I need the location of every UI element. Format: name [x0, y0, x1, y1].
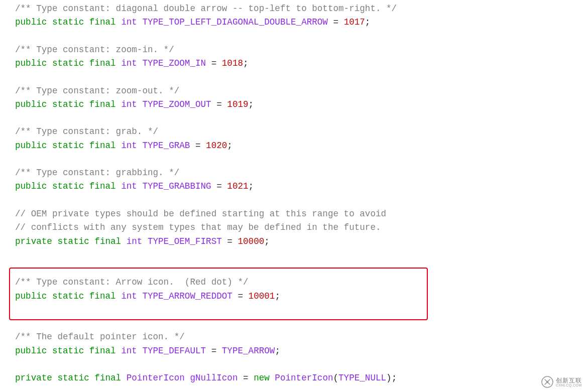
- code-line: public static final int TYPE_ZOOM_OUT = …: [15, 98, 573, 111]
- code-token: private static final: [15, 236, 127, 246]
- code-token: int TYPE_DEFAULT: [121, 346, 211, 356]
- code-token: public static final: [15, 141, 121, 151]
- code-token: // OEM private types should be defined s…: [15, 209, 386, 219]
- code-token: =: [211, 346, 222, 356]
- code-line: /** Type constant: zoom-out. */: [15, 84, 573, 98]
- code-token: (: [333, 373, 339, 383]
- code-token: public static final: [15, 99, 121, 109]
- code-token: /** Type constant: zoom-in. */: [15, 45, 174, 55]
- watermark-text-zh: 创新互联: [556, 377, 582, 383]
- code-line: /** Type constant: zoom-in. */: [15, 43, 573, 57]
- code-token: /** Type constant: Arrow icon. (Red dot)…: [15, 277, 249, 287]
- code-line: public static final int TYPE_TOP_LEFT_DI…: [15, 16, 573, 29]
- code-token: =: [216, 181, 227, 191]
- code-token: ;: [365, 17, 371, 27]
- code-token: TYPE_ARROW: [222, 346, 275, 356]
- watermark-logo: 创新互联 CXHLCQ.COM: [541, 376, 582, 388]
- code-line: [15, 111, 573, 125]
- code-token: 1017: [344, 17, 365, 27]
- code-token: /** Type constant: diagonal double arrow…: [15, 4, 397, 14]
- code-token: public static final: [15, 346, 121, 356]
- code-line: public static final int TYPE_ARROW_REDDO…: [15, 290, 573, 303]
- code-line: // OEM private types should be defined s…: [15, 207, 573, 221]
- code-line: [15, 317, 573, 330]
- code-line: [15, 30, 573, 43]
- code-token: private static final: [15, 373, 127, 383]
- code-line: private static final PointerIcon gNullIc…: [15, 371, 573, 385]
- code-line: /** Type constant: grabbing. */: [15, 166, 573, 180]
- code-token: TYPE_NULL: [338, 373, 386, 383]
- code-line: /** Type constant: Arrow icon. (Red dot)…: [15, 276, 573, 289]
- code-token: int TYPE_ARROW_REDDOT: [121, 291, 238, 301]
- code-token: 10000: [238, 236, 264, 246]
- code-token: =: [243, 373, 254, 383]
- code-line: public static final int TYPE_DEFAULT = T…: [15, 344, 573, 358]
- code-token: /** Type constant: grab. */: [15, 126, 158, 137]
- code-line: [15, 70, 573, 84]
- code-token: int TYPE_TOP_LEFT_DIAGONAL_DOUBLE_ARROW: [121, 17, 333, 27]
- code-line: /** Type constant: diagonal double arrow…: [15, 2, 573, 16]
- code-token: new: [254, 373, 275, 383]
- code-token: /** Type constant: grabbing. */: [15, 168, 179, 178]
- code-line: [15, 194, 573, 207]
- code-token: int TYPE_GRAB: [121, 141, 195, 151]
- code-token: 1018: [222, 58, 243, 68]
- code-line: public static final int TYPE_ZOOM_IN = 1…: [15, 57, 573, 70]
- code-token: public static final: [15, 291, 121, 301]
- code-token: ;: [275, 346, 280, 356]
- code-line: [15, 262, 573, 276]
- code-token: =: [333, 17, 344, 27]
- code-token: int TYPE_OEM_FIRST: [127, 236, 227, 246]
- code-line: public static final int TYPE_GRABBING = …: [15, 180, 573, 193]
- code-token: ;: [249, 99, 254, 109]
- watermark-text-en: CXHLCQ.COM: [556, 383, 582, 387]
- code-line: [15, 303, 573, 317]
- code-token: int TYPE_ZOOM_IN: [121, 58, 211, 68]
- code-token: );: [386, 373, 397, 383]
- code-token: ;: [275, 291, 280, 301]
- code-token: =: [238, 291, 248, 301]
- code-line: /** Type constant: grab. */: [15, 125, 573, 139]
- code-token: /** Type constant: zoom-out. */: [15, 86, 179, 96]
- watermark-icon: [541, 376, 553, 388]
- code-line: [15, 153, 573, 166]
- code-token: PointerIcon: [275, 373, 333, 383]
- code-token: 1021: [227, 181, 248, 191]
- code-token: =: [195, 141, 206, 151]
- code-token: ;: [227, 141, 232, 151]
- code-line: // conflicts with any system types that …: [15, 221, 573, 234]
- code-line: [15, 358, 573, 371]
- code-block: /** Type constant: diagonal double arrow…: [15, 2, 573, 385]
- code-token: =: [227, 236, 238, 246]
- code-token: ;: [264, 236, 270, 246]
- code-token: PointerIcon gNullIcon: [127, 373, 243, 383]
- code-token: 10001: [249, 291, 275, 301]
- code-token: public static final: [15, 181, 121, 191]
- svg-point-1: [546, 381, 548, 383]
- code-token: public static final: [15, 17, 121, 27]
- code-token: =: [211, 58, 222, 68]
- code-token: int TYPE_GRABBING: [121, 181, 216, 191]
- code-token: ;: [249, 181, 254, 191]
- code-token: public static final: [15, 58, 121, 68]
- code-line: public static final int TYPE_GRAB = 1020…: [15, 139, 573, 153]
- code-token: 1019: [227, 99, 248, 109]
- code-token: 1020: [206, 141, 227, 151]
- code-token: // conflicts with any system types that …: [15, 222, 381, 232]
- code-token: /** The default pointer icon. */: [15, 332, 185, 342]
- code-token: ;: [243, 58, 249, 68]
- code-line: private static final int TYPE_OEM_FIRST …: [15, 235, 573, 248]
- code-token: =: [216, 99, 227, 109]
- code-line: /** The default pointer icon. */: [15, 330, 573, 344]
- code-token: int TYPE_ZOOM_OUT: [121, 99, 216, 109]
- code-line: [15, 248, 573, 262]
